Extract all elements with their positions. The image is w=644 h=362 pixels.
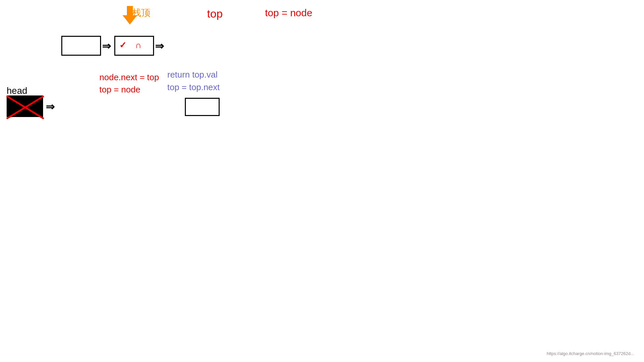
top-eq-top-next: top = top.next [167, 82, 220, 92]
url-label: https://algo.itcharge.cn/notion-img_6372… [547, 351, 634, 356]
top-label: top [207, 7, 223, 20]
node-next-eq-top: node.next = top [99, 72, 159, 83]
return-top-val: return top.val [167, 70, 218, 80]
top-equals-node-header: top = node [265, 7, 312, 19]
arrow-after-head: ⇒ [46, 100, 55, 113]
arrow-between-boxes: ⇒ [102, 40, 111, 52]
empty-box-left [61, 36, 101, 56]
node-box: ✓ ∩ [114, 36, 154, 56]
checkmark-icon: ✓ [119, 40, 127, 50]
pop-result-box [185, 98, 220, 116]
zhan-ding-label: 栈顶 [132, 7, 150, 19]
top-eq-node: top = node [99, 85, 140, 95]
arrow-after-node-box: ⇒ [155, 40, 164, 52]
n-icon: ∩ [135, 40, 141, 50]
head-label: head [7, 86, 27, 96]
head-box [7, 95, 43, 117]
